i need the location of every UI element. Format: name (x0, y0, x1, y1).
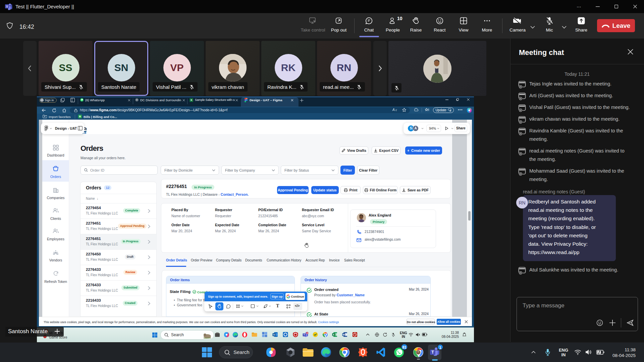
svg-text:X: X (333, 334, 334, 336)
svg-text:2: 2 (307, 332, 308, 334)
svg-text:T: T (6, 5, 8, 8)
svg-text:O: O (273, 333, 275, 336)
svg-text:W: W (342, 334, 345, 336)
svg-text:T: T (304, 334, 305, 336)
svg-text:T: T (431, 350, 434, 355)
